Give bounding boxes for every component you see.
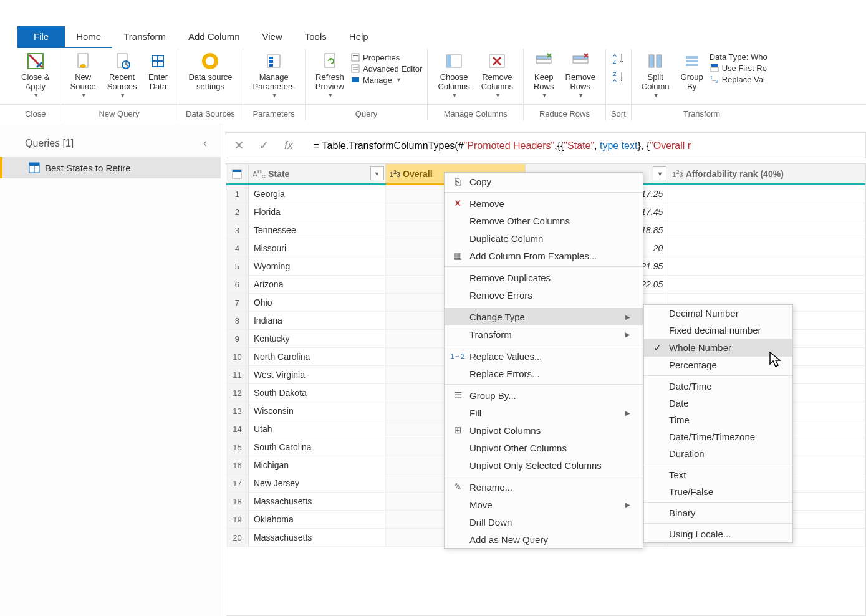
properties-button[interactable]: Properties bbox=[350, 52, 422, 62]
group-transform: Split Column▼ Group By Data Type: Who Us… bbox=[632, 49, 772, 120]
close-apply-button[interactable]: Close & Apply▼ bbox=[16, 49, 55, 101]
manage-button[interactable]: Manage▼ bbox=[350, 75, 422, 85]
recent-sources-button[interactable]: Recent Sources▼ bbox=[102, 49, 142, 101]
keep-rows-button[interactable]: Keep Rows▼ bbox=[529, 49, 559, 101]
menu-remove-duplicates[interactable]: Remove Duplicates bbox=[445, 269, 643, 286]
use-first-row-button[interactable]: Use First Ro bbox=[710, 63, 767, 73]
cell-state[interactable]: Missouri bbox=[249, 239, 386, 257]
fx-icon[interactable]: fx bbox=[276, 133, 301, 158]
menu-unpivot-only[interactable]: Unpivot Only Selected Columns bbox=[445, 456, 643, 474]
menu-replace-values[interactable]: 1→2Replace Values... bbox=[445, 347, 643, 365]
data-source-settings-button[interactable]: Data source settings bbox=[183, 49, 237, 94]
submenu-binary[interactable]: Binary bbox=[644, 504, 792, 521]
tab-home[interactable]: Home bbox=[65, 26, 112, 48]
menu-remove[interactable]: ✕Remove bbox=[445, 195, 643, 212]
query-item[interactable]: Best States to Retire bbox=[0, 157, 221, 178]
cell-state[interactable]: Massachusetts bbox=[249, 529, 386, 546]
cell-state[interactable]: Kentucky bbox=[249, 330, 386, 347]
submenu-decimal[interactable]: Decimal Number bbox=[644, 305, 792, 322]
tab-file[interactable]: File bbox=[17, 26, 65, 48]
collapse-queries-icon[interactable]: ‹ bbox=[203, 137, 207, 150]
choose-columns-button[interactable]: Choose Columns▼ bbox=[433, 49, 474, 101]
submenu-locale[interactable]: Using Locale... bbox=[644, 526, 792, 542]
filter-dropdown-icon[interactable]: ▾ bbox=[370, 166, 384, 180]
cell-affordability[interactable] bbox=[668, 239, 865, 257]
menu-move[interactable]: Move▶ bbox=[445, 496, 643, 513]
submenu-duration[interactable]: Duration bbox=[644, 445, 792, 462]
remove-columns-button[interactable]: Remove Columns▼ bbox=[476, 49, 518, 101]
cell-affordability[interactable] bbox=[668, 276, 865, 293]
cell-state[interactable]: Indiana bbox=[249, 312, 386, 329]
tab-help[interactable]: Help bbox=[338, 26, 380, 48]
cell-state[interactable]: West Virginia bbox=[249, 366, 386, 383]
cell-affordability[interactable] bbox=[668, 221, 865, 239]
enter-data-button[interactable]: Enter Data bbox=[143, 49, 173, 94]
menu-unpivot-other[interactable]: Unpivot Other Columns bbox=[445, 439, 643, 456]
split-column-button[interactable]: Split Column▼ bbox=[637, 49, 675, 101]
cell-state[interactable]: Ohio bbox=[249, 294, 386, 311]
cell-affordability[interactable] bbox=[668, 257, 865, 275]
menu-unpivot[interactable]: ⊞Unpivot Columns bbox=[445, 421, 643, 439]
manage-parameters-button[interactable]: Manage Parameters▼ bbox=[248, 49, 300, 101]
menu-remove-errors[interactable]: Remove Errors bbox=[445, 286, 643, 304]
cell-state[interactable]: Utah bbox=[249, 420, 386, 438]
col-affordability[interactable]: 123Affordability rank (40%) bbox=[668, 164, 865, 183]
submenu-time[interactable]: Time bbox=[644, 411, 792, 428]
cell-state[interactable]: South Carolina bbox=[249, 438, 386, 456]
cell-affordability[interactable] bbox=[668, 203, 865, 221]
formula-text[interactable]: = Table.TransformColumnTypes(#"Promoted … bbox=[301, 140, 691, 152]
menu-duplicate[interactable]: Duplicate Column bbox=[445, 229, 643, 247]
refresh-preview-button[interactable]: Refresh Preview▼ bbox=[310, 49, 349, 101]
submenu-date[interactable]: Date bbox=[644, 395, 792, 411]
submenu-fixed-decimal[interactable]: Fixed decimal number bbox=[644, 322, 792, 339]
menu-transform[interactable]: Transform▶ bbox=[445, 325, 643, 343]
menu-replace-errors[interactable]: Replace Errors... bbox=[445, 365, 643, 382]
svg-rect-27 bbox=[573, 60, 588, 63]
submenu-datetime[interactable]: Date/Time bbox=[644, 378, 792, 395]
select-all-corner[interactable] bbox=[226, 164, 249, 183]
cell-state[interactable]: Georgia bbox=[249, 185, 386, 203]
menu-remove-other[interactable]: Remove Other Columns bbox=[445, 212, 643, 229]
submenu-text[interactable]: Text bbox=[644, 466, 792, 483]
filter-dropdown-icon[interactable]: ▾ bbox=[653, 166, 666, 180]
cell-state[interactable]: Arizona bbox=[249, 276, 386, 293]
submenu-dtz[interactable]: Date/Time/Timezone bbox=[644, 428, 792, 445]
tab-add-column[interactable]: Add Column bbox=[177, 26, 251, 48]
cell-affordability[interactable] bbox=[668, 185, 865, 203]
menu-rename[interactable]: ✎Rename... bbox=[445, 478, 643, 496]
cell-state[interactable]: South Dakota bbox=[249, 384, 386, 402]
cell-state[interactable]: New Jersey bbox=[249, 474, 386, 492]
accept-formula-button[interactable]: ✓ bbox=[251, 133, 276, 158]
cell-state[interactable]: Wisconsin bbox=[249, 402, 386, 420]
menu-group-by[interactable]: ☰Group By... bbox=[445, 387, 643, 404]
cell-state[interactable]: North Carolina bbox=[249, 348, 386, 365]
tab-transform[interactable]: Transform bbox=[112, 26, 177, 48]
menu-add-new-query[interactable]: Add as New Query bbox=[445, 531, 643, 548]
cell-state[interactable]: Wyoming bbox=[249, 257, 386, 275]
datatype-button[interactable]: Data Type: Who bbox=[710, 52, 767, 62]
cell-state[interactable]: Florida bbox=[249, 203, 386, 221]
cell-state[interactable]: Massachusetts bbox=[249, 493, 386, 510]
replace-values-button[interactable]: 12Replace Val bbox=[710, 74, 767, 84]
menu-fill[interactable]: Fill▶ bbox=[445, 404, 643, 421]
new-source-button[interactable]: New Source▼ bbox=[65, 49, 101, 101]
col-state[interactable]: ABCState▾ bbox=[249, 164, 386, 183]
cell-state[interactable]: Tennessee bbox=[249, 221, 386, 239]
group-by-button[interactable]: Group By bbox=[676, 49, 708, 94]
cell-state[interactable]: Michigan bbox=[249, 456, 386, 474]
cancel-formula-button[interactable]: ✕ bbox=[226, 133, 251, 158]
menu-add-examples[interactable]: ▦Add Column From Examples... bbox=[445, 247, 643, 264]
sort-asc-button[interactable]: AZ bbox=[612, 51, 625, 67]
menu-change-type[interactable]: Change Type▶ bbox=[445, 308, 643, 325]
advanced-editor-button[interactable]: Advanced Editor bbox=[350, 64, 422, 74]
tab-view[interactable]: View bbox=[251, 26, 294, 48]
sort-desc-button[interactable]: ZA bbox=[612, 70, 625, 86]
submenu-percentage[interactable]: Percentage bbox=[644, 357, 792, 373]
menu-copy[interactable]: ⎘Copy bbox=[445, 173, 643, 190]
tab-tools[interactable]: Tools bbox=[294, 26, 338, 48]
cell-state[interactable]: Oklahoma bbox=[249, 511, 386, 528]
remove-rows-button[interactable]: Remove Rows▼ bbox=[560, 49, 600, 101]
submenu-whole-number[interactable]: ✓Whole Number bbox=[644, 339, 792, 357]
submenu-truefalse[interactable]: True/False bbox=[644, 483, 792, 500]
menu-drill-down[interactable]: Drill Down bbox=[445, 513, 643, 531]
